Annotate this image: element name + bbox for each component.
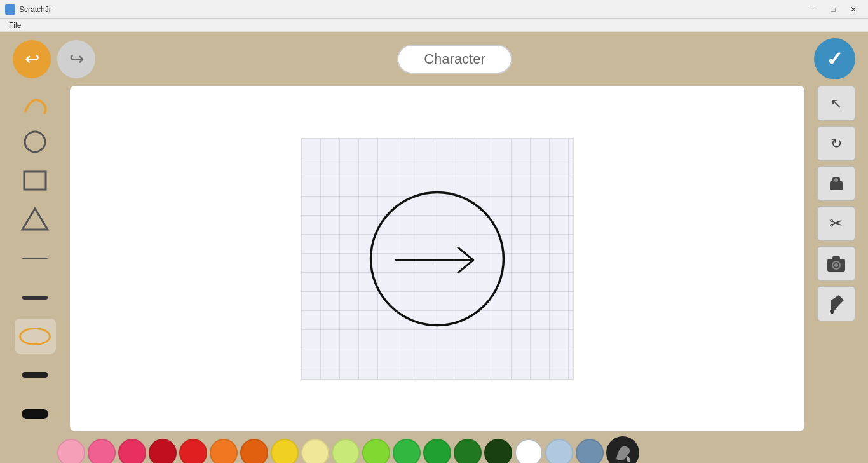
select-button[interactable]: ↖ <box>817 86 855 121</box>
ellipse-tool-button[interactable] <box>15 319 56 354</box>
character-label-box: Character <box>397 45 512 74</box>
ellipse-icon <box>19 328 51 345</box>
color-orange[interactable] <box>210 439 238 463</box>
color-palette <box>0 431 868 463</box>
drawing-canvas[interactable] <box>301 138 574 380</box>
undo-button[interactable]: ↩ <box>13 40 51 78</box>
line-medium-icon <box>22 296 48 300</box>
svg-line-5 <box>458 247 473 260</box>
toolbar-left: ↩ ↪ <box>13 40 95 78</box>
stamp-button[interactable] <box>817 166 855 201</box>
left-tools <box>6 86 64 431</box>
titlebar: ScratchJr ─ □ ✕ <box>0 0 868 19</box>
line-thin-button[interactable] <box>15 241 56 276</box>
check-icon: ✓ <box>826 47 843 71</box>
select-icon: ↖ <box>831 95 842 112</box>
scissors-button[interactable]: ✂ <box>817 206 855 241</box>
titlebar-left: ScratchJr <box>5 4 51 15</box>
color-red[interactable] <box>179 439 207 463</box>
line-thick-icon <box>22 372 48 378</box>
color-orange-dark[interactable] <box>240 439 268 463</box>
svg-rect-7 <box>830 181 843 190</box>
fill-button[interactable] <box>817 286 855 321</box>
camera-button[interactable] <box>817 246 855 281</box>
svg-marker-2 <box>22 209 48 230</box>
right-tools: ↖ ↻ ✂ <box>811 86 862 431</box>
bucket-button[interactable] <box>606 436 639 463</box>
main-content: ↖ ↻ ✂ <box>0 86 868 431</box>
color-red-dark[interactable] <box>149 439 177 463</box>
check-button[interactable]: ✓ <box>814 38 855 79</box>
line-medium-button[interactable] <box>15 280 56 315</box>
undo-icon: ↩ <box>25 48 39 69</box>
triangle-tool-button[interactable] <box>15 202 56 237</box>
rect-icon <box>19 167 51 195</box>
freehand-tool-button[interactable] <box>15 86 56 121</box>
color-green-dark[interactable] <box>454 439 482 463</box>
color-white[interactable] <box>515 439 543 463</box>
color-blue-gray[interactable] <box>576 439 604 463</box>
color-green-light[interactable] <box>332 439 360 463</box>
svg-point-0 <box>25 132 45 152</box>
svg-rect-13 <box>832 256 840 260</box>
svg-point-12 <box>834 263 838 267</box>
svg-point-9 <box>834 178 838 182</box>
color-yellow[interactable] <box>271 439 299 463</box>
canvas-svg <box>301 139 573 379</box>
canvas-wrapper <box>70 86 804 431</box>
freehand-icon <box>19 89 51 118</box>
top-toolbar: ↩ ↪ Character ✓ <box>0 32 868 86</box>
scissors-icon: ✂ <box>829 214 843 233</box>
fill-icon <box>826 294 846 314</box>
minimize-button[interactable]: ─ <box>803 3 822 16</box>
character-label-text: Character <box>424 51 485 67</box>
line-thickest-icon <box>22 409 48 419</box>
color-green-bright[interactable] <box>362 439 390 463</box>
rect-tool-button[interactable] <box>15 163 56 198</box>
circle-icon <box>19 128 51 156</box>
titlebar-controls: ─ □ ✕ <box>803 3 863 16</box>
app-title: ScratchJr <box>19 5 51 14</box>
color-pink-light[interactable] <box>57 439 85 463</box>
color-pink-bright[interactable] <box>118 439 146 463</box>
color-pink[interactable] <box>88 439 116 463</box>
svg-point-3 <box>371 192 504 325</box>
color-green-medium[interactable] <box>423 439 451 463</box>
line-thickest-button[interactable] <box>15 396 56 431</box>
triangle-icon <box>19 205 51 234</box>
line-thick-button[interactable] <box>15 357 56 392</box>
bucket-icon <box>613 443 632 462</box>
redo-button[interactable]: ↪ <box>57 40 95 78</box>
svg-rect-1 <box>24 172 46 190</box>
app-icon <box>5 4 15 15</box>
stamp-icon <box>826 174 846 194</box>
color-row-1 <box>57 436 855 463</box>
color-blue-light[interactable] <box>545 439 573 463</box>
menubar: File <box>0 19 868 32</box>
rotate-button[interactable]: ↻ <box>817 126 855 161</box>
color-dark-green[interactable] <box>484 439 512 463</box>
circle-tool-button[interactable] <box>15 125 56 160</box>
app-area: ↩ ↪ Character ✓ <box>0 32 868 463</box>
file-menu[interactable]: File <box>5 21 25 30</box>
camera-icon <box>826 255 846 273</box>
rotate-icon: ↻ <box>831 135 842 152</box>
line-thin-icon <box>22 258 48 259</box>
color-yellow-light[interactable] <box>301 439 329 463</box>
maximize-button[interactable]: □ <box>824 3 843 16</box>
close-button[interactable]: ✕ <box>844 3 863 16</box>
svg-line-6 <box>458 259 473 272</box>
redo-icon: ↪ <box>69 48 84 69</box>
color-green[interactable] <box>393 439 421 463</box>
